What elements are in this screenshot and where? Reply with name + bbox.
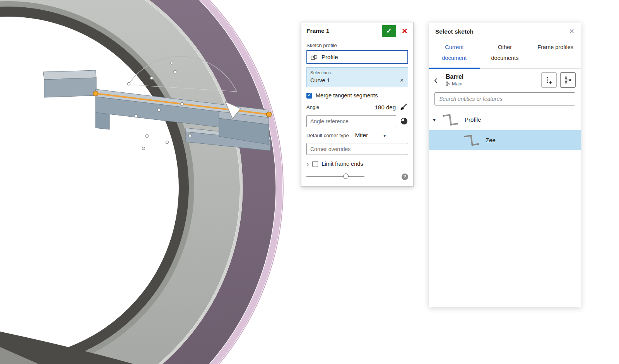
selections-label: Selections [310,70,404,75]
tab-frame-profiles[interactable]: Frame profiles [530,39,581,69]
curve-midpoint[interactable] [180,102,183,105]
frame-dialog-header: Frame 1 ✓ ✕ [301,22,413,39]
merge-tangent-checkbox[interactable] [306,93,312,99]
limit-frame-ends-checkbox[interactable] [312,161,318,167]
x-icon: ✕ [402,27,408,35]
default-corner-type-dropdown[interactable]: Default corner type Miter ▼ [306,132,408,138]
barrel-part[interactable] [0,0,283,364]
dots-plus-icon [545,76,553,84]
curve-endpoint-left[interactable] [93,91,98,96]
angle-reference-input[interactable] [306,115,396,127]
checkmark-icon: ✓ [386,27,392,35]
back-button[interactable]: ‹ [434,76,446,84]
angle-label: Angle [306,104,319,110]
tree-item-label: Profile [465,116,481,123]
panel-title: Select sketch [435,28,569,35]
version-tree-icon [564,76,572,84]
tab-other-documents[interactable]: Other documents [480,39,530,69]
profile-field-value: Profile [321,54,338,60]
breadcrumb-workspace: Main [452,81,462,87]
version-tree-button[interactable] [560,72,576,88]
remove-selection-icon[interactable]: × [399,77,404,84]
dialog-title: Frame 1 [306,27,382,34]
tree-row-profile[interactable]: ▾ Profile [429,109,581,130]
zee-sketch-thumbnail [463,132,480,149]
default-corner-type-value: Miter [355,132,368,138]
tree-row-zee[interactable]: Zee [429,130,581,150]
panel-tabs: Current document Other documents Frame p… [429,39,581,69]
selections-box[interactable]: Selections Curve 1 × [306,67,408,87]
dialog-resize-slider-handle[interactable] [343,173,349,179]
curve-endpoint-right[interactable] [267,112,272,117]
tree-item-label: Zee [486,137,496,143]
sketch-profile-label: Sketch profile [306,43,408,48]
cancel-button[interactable]: ✕ [400,27,409,36]
chevron-right-icon[interactable]: › [306,161,309,167]
breadcrumb-document: Barrel [446,73,463,80]
zee-sketch-thumbnail [441,111,459,129]
profile-icon [310,54,318,61]
dialog-resize-slider-track[interactable] [306,176,364,177]
frame-dialog: Frame 1 ✓ ✕ Sketch profile Profile Selec… [301,22,414,187]
branch-icon [446,81,450,86]
angle-reference-icon[interactable] [400,117,408,125]
corner-overrides-input[interactable] [306,143,408,155]
select-sketch-panel: Select sketch ✕ Current document Other d… [429,22,581,307]
insert-version-button[interactable] [541,72,557,88]
chevron-down-icon[interactable]: ▾ [433,117,441,123]
merge-tangent-label: Merge tangent segments [316,92,378,99]
selection-item[interactable]: Curve 1 × [310,77,404,84]
search-input[interactable] [434,92,575,105]
close-icon[interactable]: ✕ [569,27,575,36]
chevron-down-icon: ▼ [383,134,386,138]
selection-name: Curve 1 [310,77,399,83]
default-corner-type-label: Default corner type [306,133,349,138]
angle-value-field[interactable]: 180 deg [375,104,400,111]
help-icon[interactable]: ? [402,173,408,180]
tab-current-document[interactable]: Current document [429,39,480,69]
confirm-button[interactable]: ✓ [382,25,396,37]
flip-direction-icon[interactable] [400,103,408,111]
limit-frame-ends-label: Limit frame ends [321,161,363,167]
sketch-profile-field[interactable]: Profile [306,50,408,64]
